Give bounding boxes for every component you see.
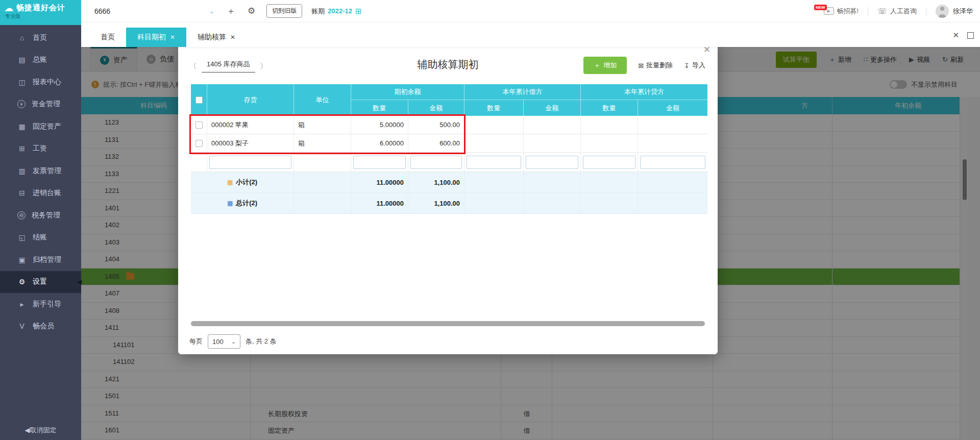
opening-amt-input[interactable] [410,156,462,169]
unit-value: 箱 [294,134,351,152]
batch-delete-icon: ⊠ [638,62,644,69]
total-qty: 11.00000 [351,193,408,213]
play-icon: ▸ [17,300,27,308]
credit-amt-input[interactable] [640,156,705,169]
total-count-label: 条, 共 2 条 [246,337,277,346]
select-all-checkbox[interactable] [195,96,203,104]
sidebar-item-label: 归档管理 [33,255,61,264]
unpin-sidebar-button[interactable]: ◀取消固定 [0,426,81,435]
horizontal-scrollbar[interactable] [191,321,705,326]
opening-qty: 6.00000 [351,134,408,152]
sidebar-item-home[interactable]: ⌂首页 [0,27,81,49]
avatar [936,5,949,18]
archive-icon: ▣ [17,256,27,264]
sidebar-nav: ⌂首页▤总账◫报表中心¥资金管理▦固定资产⊞工资▥发票管理⊟进销台账税税务管理◱… [0,27,81,337]
sidebar-item-report-center[interactable]: ◫报表中心 [0,71,81,93]
chevron-down-icon: ⌄ [209,7,214,15]
sidebar-item-fixed-assets[interactable]: ▦固定资产 [0,115,81,138]
period-value[interactable]: 2022-12 [328,7,352,15]
cloud-calculator-logo-icon: ☁ [4,4,13,13]
sidebar-item-closing[interactable]: ◱结账 [0,227,81,249]
sidebar-item-settings[interactable]: ⚙设置◀ [0,271,81,294]
new-badge: NEW [814,5,827,10]
debit-amt-input[interactable] [526,156,578,169]
account-selector[interactable]: 6666 ⌄ [94,7,214,15]
import-icon: ↧ [684,62,690,69]
sidebar-item-member[interactable]: Ⅴ畅会员 [0,315,81,338]
topbar: 6666 ⌄ ＋ ⚙ 切到旧版 账期 2022-12 ⊞ NEW ▶ 畅招募! … [81,0,980,22]
member-icon: Ⅴ [17,322,27,330]
sidebar-item-guide[interactable]: ▸新手引导 [0,293,81,315]
sidebar-item-salary[interactable]: ⊞工资 [0,138,81,160]
headset-icon: ☏ [877,7,887,16]
inventory-name: 000002 苹果 [207,116,294,134]
recruit-link[interactable]: 畅招募! [837,7,859,16]
sidebar-item-label: 工资 [33,144,47,153]
add-row-button[interactable]: ＋增加 [583,57,627,74]
sidebar-item-ledger[interactable]: ▤总账 [0,49,81,71]
switch-old-version-button[interactable]: 切到旧版 [266,4,302,18]
tab-home[interactable]: 首页 [89,28,126,47]
add-account-set-icon[interactable]: ＋ [227,5,235,17]
closing-icon: ◱ [17,233,27,241]
sidebar-item-funds[interactable]: ¥资金管理 [0,93,81,116]
row-checkbox[interactable] [195,140,203,147]
per-page-select[interactable]: 100 ⌄ [208,334,240,349]
close-all-icon[interactable]: ✕ [952,31,959,40]
subtotal-amt: 1,100.00 [408,172,464,192]
sidebar-item-label: 报表中心 [33,78,61,87]
total-amt: 1,100.00 [408,193,464,213]
brand-logo: ☁ 畅捷通好会计 专业版 [0,0,81,25]
total-icon: ▦ [227,200,233,207]
calendar-icon[interactable]: ⊞ [355,7,362,16]
sidebar-item-label: 税务管理 [32,211,60,220]
sidebar-item-label: 资金管理 [32,100,60,109]
sidebar-item-label: 首页 [33,33,47,42]
tab-account-opening[interactable]: 科目期初✕ [126,28,186,47]
ledger-book-icon: ⊟ [17,189,27,197]
sidebar-item-label: 畅会员 [33,322,54,331]
opening-amt: 500.00 [408,116,464,134]
pagination: 每页 100 ⌄ 条, 共 2 条 [189,334,277,349]
username: 徐泽华 [953,7,973,16]
column-header-amt: 金额 [524,100,581,116]
user-menu[interactable]: 徐泽华 [936,5,973,18]
invoice-icon: ▥ [17,167,27,175]
table-row[interactable]: 000003 梨子 箱 6.00000 600.00 [191,134,707,153]
sidebar-item-purchase-sales[interactable]: ⊟进销台账 [0,182,81,205]
sidebar-item-invoice[interactable]: ▥发票管理 [0,160,81,182]
per-page-label: 每页 [189,337,203,346]
plus-icon: ＋ [594,61,600,70]
building-icon: ▦ [17,123,27,131]
tab-auxiliary[interactable]: 辅助核算✕ [186,28,247,47]
unit-value: 箱 [294,116,351,134]
sidebar-item-tax[interactable]: 税税务管理 [0,204,81,227]
support-link[interactable]: ☏ 人工咨询 [877,7,917,16]
import-button[interactable]: ↧导入 [684,61,705,70]
inventory-name: 000003 梨子 [207,134,294,152]
group-header-ytd-credit: 本年累计贷方 [581,84,707,100]
sidebar: ☁ 畅捷通好会计 专业版 ⌂首页▤总账◫报表中心¥资金管理▦固定资产⊞工资▥发票… [0,0,81,440]
inventory-input[interactable] [209,156,291,169]
new-entry-row [191,153,707,172]
gear-icon[interactable]: ⚙ [248,6,255,16]
sidebar-item-label: 发票管理 [33,166,61,176]
row-checkbox[interactable] [195,121,203,129]
opening-qty-input[interactable] [353,156,406,169]
credit-qty-input[interactable] [583,156,635,169]
batch-delete-button[interactable]: ⊠批量删除 [638,61,673,70]
divider [868,7,868,15]
close-tab-icon[interactable]: ✕ [170,34,175,41]
close-tab-icon[interactable]: ✕ [230,34,235,41]
sidebar-item-label: 固定资产 [33,122,61,131]
debit-qty-input[interactable] [467,156,521,169]
period-label: 账期 [311,7,325,16]
gear-icon: ⚙ [17,278,27,286]
collapse-arrow-icon[interactable]: ◀ [77,278,82,285]
sidebar-item-archive[interactable]: ▣归档管理 [0,249,81,271]
fullscreen-icon[interactable] [967,32,974,39]
auxiliary-opening-modal: ✕ 〈 1405 库存商品 〉 辅助核算期初 ＋增加 ⊠批量删除 ↧导入 [178,40,718,354]
opening-amt: 600.00 [408,134,464,152]
sidebar-item-label: 结账 [33,233,47,242]
table-row[interactable]: 000002 苹果 箱 5.00000 500.00 [191,116,707,134]
